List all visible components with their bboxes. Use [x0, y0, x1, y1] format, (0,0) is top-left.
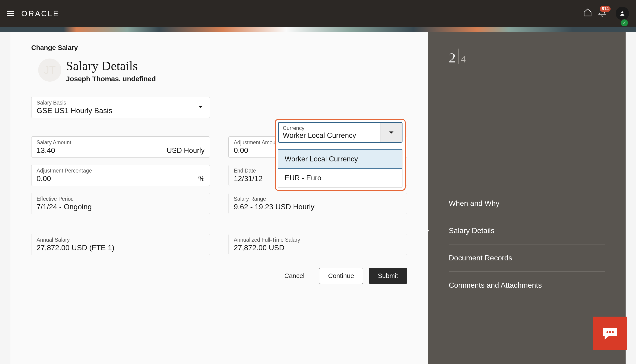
salary-amount-unit: USD Hourly — [167, 146, 205, 155]
currency-value: Worker Local Currency — [283, 131, 376, 140]
status-check-icon: ✓ — [620, 19, 628, 27]
currency-caret-button[interactable] — [381, 123, 402, 142]
step-divider — [458, 48, 458, 64]
step-current: 2 — [449, 51, 456, 65]
title-row: JT Salary Details Joseph Thomas, undefin… — [38, 58, 407, 83]
action-bar: Cancel Continue Submit — [31, 268, 407, 284]
currency-dropdown-highlighted: Currency Worker Local Currency Worker Lo… — [275, 119, 406, 191]
page-title: Salary Details — [66, 58, 156, 73]
main-container: Change Salary JT Salary Details Joseph T… — [11, 32, 625, 364]
currency-select-inner: Currency Worker Local Currency — [279, 123, 381, 142]
user-avatar[interactable]: ✓ — [616, 7, 629, 20]
nav-document-records[interactable]: Document Records — [449, 244, 605, 272]
currency-select[interactable]: Currency Worker Local Currency — [278, 122, 403, 143]
continue-button[interactable]: Continue — [319, 268, 363, 284]
chevron-down-icon — [198, 105, 203, 110]
top-bar: ORACLE 814 ✓ — [0, 0, 636, 27]
effective-period-field: Effective Period 7/1/24 - Ongoing — [31, 193, 210, 214]
adjustment-percentage-label: Adjustment Percentage — [37, 168, 205, 174]
nav-salary-details[interactable]: Salary Details — [449, 217, 605, 244]
annual-salary-value: 27,872.00 USD (FTE 1) — [37, 244, 205, 252]
hamburger-icon[interactable] — [7, 11, 14, 16]
salary-basis-select[interactable]: Salary Basis GSE US1 Hourly Basis — [31, 97, 210, 118]
nav-comments-attachments[interactable]: Comments and Attachments — [449, 272, 605, 299]
page-subtitle: Joseph Thomas, undefined — [66, 75, 156, 83]
adjustment-percentage-field[interactable]: Adjustment Percentage 0.00 % — [31, 165, 210, 186]
topbar-right: 814 ✓ — [583, 7, 629, 20]
topbar-left: ORACLE — [7, 9, 59, 18]
annualized-ft-salary-field: Annualized Full-Time Salary 27,872.00 US… — [228, 234, 407, 255]
oracle-logo: ORACLE — [21, 9, 59, 18]
annual-salary-label: Annual Salary — [37, 237, 205, 243]
salary-amount-label: Salary Amount — [37, 140, 205, 146]
currency-option-eur[interactable]: EUR - Euro — [278, 169, 402, 187]
home-icon[interactable] — [583, 8, 592, 19]
salary-range-value: 9.62 - 19.23 USD Hourly — [234, 202, 402, 211]
side-panel: 2 4 When and Why Salary Details Document… — [428, 32, 625, 364]
currency-option-worker-local[interactable]: Worker Local Currency — [278, 150, 402, 169]
salary-amount-field[interactable]: Salary Amount 13.40 USD Hourly — [31, 136, 210, 158]
adjustment-amount-value: 0.00 — [234, 146, 248, 155]
salary-range-field: Salary Range 9.62 - 19.23 USD Hourly — [228, 193, 407, 214]
decorative-banner — [0, 27, 636, 32]
svg-point-0 — [621, 11, 623, 14]
content-area: Change Salary JT Salary Details Joseph T… — [11, 32, 428, 364]
effective-period-label: Effective Period — [37, 196, 205, 202]
step-total: 4 — [461, 54, 466, 65]
salary-basis-value: GSE US1 Hourly Basis — [37, 106, 205, 115]
annualized-ft-salary-label: Annualized Full-Time Salary — [234, 237, 402, 243]
nav-when-and-why[interactable]: When and Why — [449, 190, 605, 217]
cancel-button[interactable]: Cancel — [276, 268, 313, 284]
salary-basis-label: Salary Basis — [37, 100, 205, 106]
breadcrumb: Change Salary — [31, 44, 407, 52]
currency-dropdown-list: Worker Local Currency EUR - Euro — [278, 149, 403, 188]
adjustment-percentage-unit: % — [198, 174, 205, 183]
annual-salary-field: Annual Salary 27,872.00 USD (FTE 1) — [31, 234, 210, 255]
person-avatar: JT — [38, 58, 61, 82]
chevron-down-icon — [389, 131, 394, 134]
svg-point-2 — [609, 331, 611, 333]
annualized-ft-salary-value: 27,872.00 USD — [234, 244, 402, 252]
submit-button[interactable]: Submit — [369, 268, 407, 284]
salary-range-label: Salary Range — [234, 196, 402, 202]
step-indicator: 2 4 — [449, 48, 605, 65]
title-text: Salary Details Joseph Thomas, undefined — [66, 58, 156, 83]
effective-period-value: 7/1/24 - Ongoing — [37, 202, 205, 211]
chat-fab[interactable] — [593, 316, 627, 350]
svg-point-1 — [606, 331, 608, 333]
chat-icon — [602, 326, 618, 340]
currency-label: Currency — [283, 125, 376, 131]
salary-amount-value: 13.40 — [37, 146, 55, 155]
svg-point-3 — [612, 331, 613, 333]
adjustment-percentage-value: 0.00 — [37, 174, 51, 183]
notification-count-badge: 814 — [600, 6, 610, 12]
notification-bell[interactable]: 814 — [598, 8, 606, 19]
